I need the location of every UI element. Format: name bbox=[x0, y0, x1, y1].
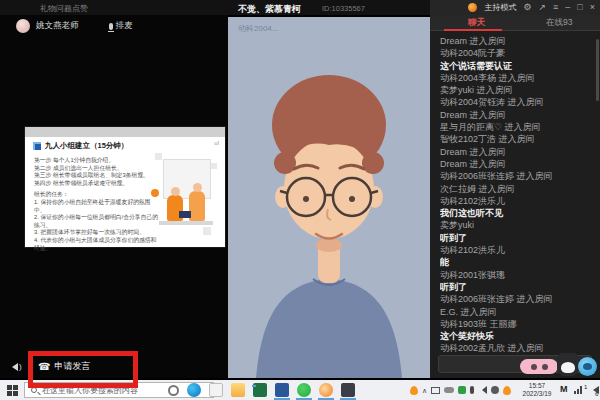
app-logo-icon bbox=[468, 3, 477, 12]
speaker-icon bbox=[8, 363, 18, 371]
tab-online[interactable]: 在线93 bbox=[546, 17, 572, 29]
slide-top-strip bbox=[25, 127, 225, 137]
gear-icon[interactable] bbox=[491, 386, 499, 394]
ime-language-indicator[interactable]: M bbox=[560, 384, 568, 394]
edge-icon[interactable] bbox=[187, 383, 201, 397]
chat-message-line: Dream 进入房间 bbox=[440, 158, 592, 170]
stage-user-label: 动科2004... bbox=[238, 23, 278, 34]
volume-button[interactable]: ) bbox=[8, 362, 22, 371]
chat-message-line: 动科2006班张连婷 进入房间 bbox=[440, 170, 592, 182]
room-title: 不觉、紫慕青柯 bbox=[238, 3, 301, 16]
chat-message-line: Dream 进入房间 bbox=[440, 109, 592, 121]
presentation-slide: 九人小组建立（15分钟） ul 第一步 每个人1分钟自我介绍。第二步 成员们选出… bbox=[25, 127, 225, 247]
presenter-name: 姚文燕老师 bbox=[36, 20, 79, 32]
chat-message-line: 智牧2102丁浩 进入房间 bbox=[440, 133, 592, 145]
menu-icon[interactable]: ≡ bbox=[553, 0, 558, 15]
network-badge: 1 bbox=[584, 384, 587, 390]
display-icon[interactable] bbox=[431, 387, 440, 394]
slide-task-list: 1. 保持你的小组自始至终处于温暖友好的氛围中。2. 保证你的小组每一位组员都明… bbox=[34, 199, 162, 252]
chat-message-line: 星与月的距离♡ 进入房间 bbox=[440, 121, 592, 133]
slide-step-line: 第一步 每个人1分钟自我介绍。 bbox=[34, 157, 156, 165]
chat-panel: 聊天 在线93 Dream 进入房间动科2004阮子豪这个说话需要认证动科200… bbox=[430, 15, 600, 378]
green-app-icon[interactable] bbox=[458, 386, 466, 394]
slide-illustration bbox=[153, 153, 219, 241]
ime-blue-icon[interactable] bbox=[578, 357, 597, 376]
cartoon-avatar bbox=[228, 17, 430, 378]
flame-icon-2[interactable] bbox=[503, 386, 511, 395]
search-icon bbox=[31, 387, 37, 393]
host-mode-label: 主持模式 bbox=[484, 2, 516, 13]
chat-message-line: 动科2004李杨 进入房间 bbox=[440, 72, 592, 84]
app-window: 礼物问题点赞 不觉、紫慕青柯 ID:10335567 主持模式 ⚙↗≡–□× 姚… bbox=[0, 0, 600, 400]
start-button[interactable] bbox=[7, 385, 18, 396]
slide-task-line: 3. 把握团体环节掌控好每一次练习的时间。 bbox=[34, 229, 162, 237]
file-explorer-icon[interactable] bbox=[231, 383, 245, 397]
system-tray: ∧ bbox=[410, 383, 511, 397]
slide-task-line: 1. 保持你的小组自始至终处于温暖友好的氛围中。 bbox=[34, 199, 162, 214]
flame-icon[interactable] bbox=[410, 386, 418, 395]
ime-toolbar[interactable] bbox=[520, 359, 558, 374]
chat-message-line: 这个说话需要认证 bbox=[440, 60, 592, 72]
close-button[interactable]: × bbox=[590, 0, 595, 15]
room-tabs[interactable]: 礼物问题点赞 bbox=[40, 3, 88, 14]
volume-badge: 6 bbox=[595, 391, 598, 397]
clock-date: 2022/3/19 bbox=[518, 390, 556, 398]
presenter-avatar[interactable] bbox=[16, 19, 30, 33]
video-area: 姚文燕老师 排麦 九人小组建立（15分钟） ul 第一步 每个人1分钟自我介绍。… bbox=[0, 15, 228, 378]
slide-task-heading: 组长的任务： bbox=[34, 190, 69, 199]
window-controls: 主持模式 ⚙↗≡–□× bbox=[468, 0, 595, 15]
chat-message-line: 次仁拉姆 进入房间 bbox=[440, 183, 592, 195]
chat-message-line: 动科2006班张连婷 进入房间 bbox=[440, 293, 592, 305]
raise-hand-label: 申请发言 bbox=[54, 360, 90, 373]
microphone-icon[interactable] bbox=[470, 386, 474, 394]
slide-task-line: 2. 保证你的小组每一位组员都明白/会分享自己的练习。 bbox=[34, 214, 162, 229]
ime-cat-icon[interactable] bbox=[557, 353, 579, 376]
slide-steps: 第一步 每个人1分钟自我介绍。第二步 成员们选出一人担任组长。第三步 组长带领成… bbox=[34, 157, 156, 187]
title-bar: 礼物问题点赞 不觉、紫慕青柯 ID:10335567 主持模式 ⚙↗≡–□× bbox=[0, 0, 600, 15]
tab-chat[interactable]: 聊天 bbox=[468, 17, 485, 29]
illustration-desk bbox=[159, 221, 213, 225]
taskbar-clock[interactable]: 15:57 2022/3/19 bbox=[518, 382, 556, 398]
share-icon[interactable]: ↗ bbox=[538, 0, 546, 15]
slide-title: 九人小组建立（15分钟） bbox=[45, 141, 128, 151]
wechat-icon[interactable] bbox=[297, 383, 311, 397]
minimize-button[interactable]: – bbox=[565, 0, 570, 15]
chat-message-line: 听到了 bbox=[440, 281, 592, 293]
raise-hand-button[interactable]: ☎ 申请发言 bbox=[38, 360, 90, 373]
cloud-icon[interactable] bbox=[444, 387, 454, 393]
network-icon[interactable] bbox=[574, 386, 584, 394]
active-tab-underline bbox=[444, 29, 502, 31]
chat-message-line: Dream 进入房间 bbox=[440, 35, 592, 47]
chat-message-line: 我们这也听不见 bbox=[440, 207, 592, 219]
windows-taskbar: 在这里输入你要搜索的内容 ∧ 15:57 2022/3/19 M 1 6 bbox=[0, 380, 600, 400]
chat-scrollbar[interactable] bbox=[596, 39, 599, 101]
chat-message-line: 动科2002孟凡欣 进入房间 bbox=[440, 342, 592, 353]
chat-message-line: 动科2001张骐璁 bbox=[440, 269, 592, 281]
chat-message-line: 这个笑好快乐 bbox=[440, 330, 592, 342]
phone-icon: ☎ bbox=[38, 361, 50, 372]
mail-icon[interactable] bbox=[209, 383, 223, 397]
chat-message-line: 动科1903班 王丽娜 bbox=[440, 318, 592, 330]
word-icon[interactable] bbox=[275, 383, 289, 397]
speaker-icon[interactable] bbox=[478, 386, 487, 394]
search-placeholder: 在这里输入你要搜索的内容 bbox=[42, 385, 138, 396]
slide-title-marker-icon bbox=[33, 142, 41, 150]
presenter-row: 姚文燕老师 排麦 bbox=[16, 19, 133, 33]
chevron-up-icon[interactable]: ∧ bbox=[422, 386, 427, 395]
illustration-person-2 bbox=[189, 191, 205, 221]
studio-app-icon[interactable] bbox=[341, 383, 355, 397]
chat-message-line: 卖梦yuki bbox=[440, 219, 592, 231]
maximize-button[interactable]: □ bbox=[577, 0, 582, 15]
chat-message-line: 听到了 bbox=[440, 232, 592, 244]
mic-queue-button[interactable]: 排麦 bbox=[109, 20, 133, 32]
chat-message-line: E.G. 进入房间 bbox=[440, 306, 592, 318]
chat-message-line: 动科2102洪乐儿 bbox=[440, 195, 592, 207]
excel-icon[interactable] bbox=[253, 383, 267, 397]
microphone-icon bbox=[109, 23, 113, 30]
cortana-icon[interactable] bbox=[168, 385, 179, 396]
chat-message-line: 能 bbox=[440, 256, 592, 268]
gear-icon[interactable]: ⚙ bbox=[523, 0, 531, 15]
chat-tab-bar: 聊天 在线93 bbox=[430, 15, 600, 31]
mic-queue-label: 排麦 bbox=[116, 20, 133, 32]
lizhi-app-icon[interactable] bbox=[319, 383, 333, 397]
